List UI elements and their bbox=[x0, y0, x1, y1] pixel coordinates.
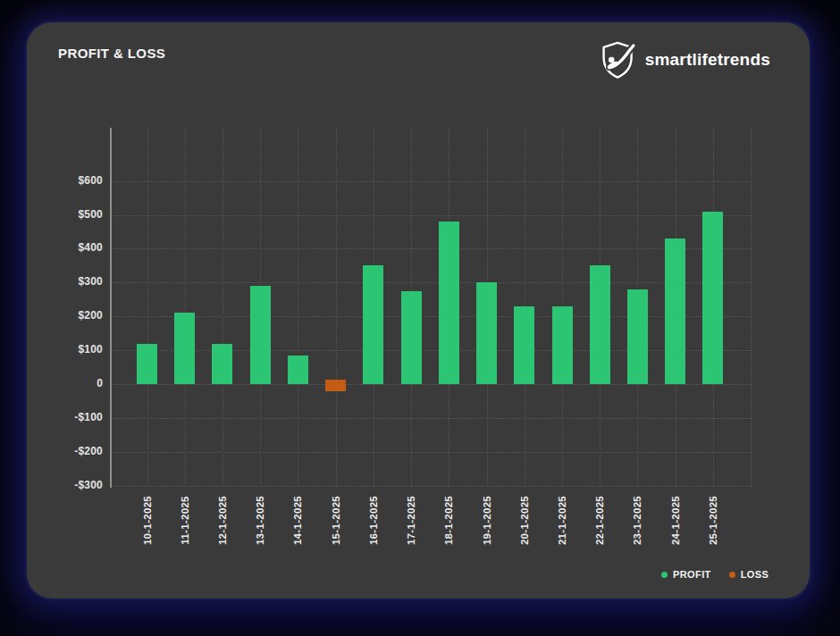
y-axis-tick-label: $400 bbox=[31, 241, 103, 254]
gridline-h bbox=[112, 350, 752, 351]
bar-loss bbox=[325, 380, 346, 391]
bar-profit bbox=[212, 344, 232, 384]
x-axis-tick-label: 14-1-2025 bbox=[292, 491, 304, 550]
gridline-v bbox=[336, 128, 337, 487]
bar-profit bbox=[288, 356, 308, 384]
y-axis-tick-label: $200 bbox=[31, 309, 103, 322]
gridline-h bbox=[112, 418, 752, 419]
bar-profit bbox=[552, 306, 573, 384]
gridline-h bbox=[112, 316, 752, 317]
y-axis-tick-label: $500 bbox=[31, 208, 103, 221]
gridline-v bbox=[223, 128, 223, 487]
gridline-h bbox=[112, 215, 752, 216]
gridline-h bbox=[112, 282, 752, 283]
shield-check-icon bbox=[600, 40, 637, 80]
x-axis-tick-label: 16-1-2025 bbox=[367, 491, 379, 550]
y-axis-tick-label: $300 bbox=[31, 275, 103, 288]
bar-profit bbox=[363, 265, 383, 384]
x-axis-tick-label: 24-1-2025 bbox=[669, 491, 681, 550]
bar-profit bbox=[174, 313, 195, 384]
x-axis-tick-label: 20-1-2025 bbox=[518, 491, 530, 550]
page-title: PROFIT & LOSS bbox=[58, 46, 165, 61]
x-axis-tick-label: 18-1-2025 bbox=[443, 491, 455, 550]
legend-label: PROFIT bbox=[673, 569, 711, 580]
gridline-v bbox=[147, 128, 148, 487]
legend-dot-icon bbox=[729, 572, 735, 578]
x-axis-tick-label: 15-1-2025 bbox=[330, 491, 341, 550]
gridline-v bbox=[185, 128, 186, 487]
y-axis-tick-label: -$200 bbox=[31, 445, 103, 457]
y-axis-tick-label: 0 bbox=[31, 377, 103, 389]
y-axis-tick-label: -$300 bbox=[31, 479, 103, 491]
gridline-h bbox=[112, 486, 752, 487]
x-axis-tick-label: 11-1-2025 bbox=[179, 491, 190, 550]
brand-name: smartlifetrends bbox=[645, 50, 770, 70]
bar-profit bbox=[665, 238, 685, 384]
gridline-h bbox=[112, 452, 752, 453]
legend-item: LOSS bbox=[729, 569, 769, 580]
x-axis-tick-label: 12-1-2025 bbox=[216, 491, 228, 550]
x-axis-tick-label: 13-1-2025 bbox=[255, 491, 266, 550]
gridline-h bbox=[112, 248, 752, 249]
legend-dot-icon bbox=[661, 572, 668, 578]
legend-item: PROFIT bbox=[661, 569, 711, 580]
bar-profit bbox=[702, 212, 723, 384]
bar-profit bbox=[514, 306, 534, 384]
x-axis-tick-label: 10-1-2025 bbox=[141, 491, 153, 550]
x-axis-tick-label: 25-1-2025 bbox=[707, 491, 718, 550]
gridline-h bbox=[112, 181, 752, 182]
x-axis-tick-label: 21-1-2025 bbox=[557, 491, 568, 550]
plot-area: $600$500$400$300$200$1000-$100-$200-$300… bbox=[110, 128, 752, 487]
gridline-v bbox=[751, 128, 752, 487]
legend-label: LOSS bbox=[741, 569, 769, 580]
brand: smartlifetrends bbox=[600, 40, 770, 80]
y-axis-tick-label: $600 bbox=[31, 174, 103, 187]
bar-profit bbox=[590, 265, 610, 384]
gridline-v bbox=[298, 128, 298, 487]
bar-profit bbox=[401, 291, 422, 384]
bar-profit bbox=[439, 222, 459, 384]
bar-profit bbox=[476, 282, 497, 384]
x-axis-tick-label: 22-1-2025 bbox=[594, 491, 606, 550]
bar-profit bbox=[250, 286, 271, 384]
x-axis-tick-label: 19-1-2025 bbox=[481, 491, 492, 550]
y-axis-tick-label: $100 bbox=[31, 343, 103, 356]
x-axis-tick-label: 23-1-2025 bbox=[632, 491, 643, 550]
x-axis-tick-label: 17-1-2025 bbox=[406, 491, 417, 550]
bar-profit bbox=[627, 289, 648, 384]
y-axis-tick-label: -$100 bbox=[31, 411, 103, 423]
bar-profit bbox=[137, 344, 157, 384]
profit-loss-card: PROFIT & LOSS smartlifetrends $600$500$4… bbox=[27, 22, 810, 598]
gridline-h bbox=[112, 384, 752, 385]
chart-legend: PROFITLOSS bbox=[661, 569, 769, 580]
